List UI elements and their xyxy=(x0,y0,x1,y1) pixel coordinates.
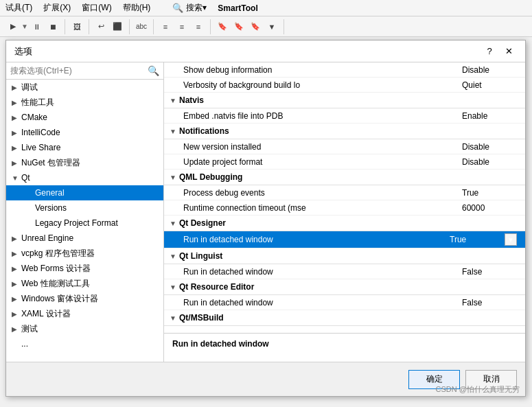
toolbar-btn-bookmark3[interactable]: 🔖 xyxy=(248,19,263,34)
tree-item-more[interactable]: ... xyxy=(6,336,163,351)
setting-value-11: True xyxy=(450,235,505,244)
section-header-16: ▼Qt/MSBuild xyxy=(164,310,525,326)
tree-arrow-winform: ▶ xyxy=(12,295,21,303)
tree-item-debug[interactable]: ▶调试 xyxy=(6,80,163,95)
tree-item-qt-general[interactable]: General xyxy=(6,185,163,200)
tree-arrow-cmake: ▶ xyxy=(12,114,21,121)
tree-label-cmake: CMake xyxy=(21,113,158,122)
section-arrow-10: ▼ xyxy=(170,220,179,227)
tree-item-nuget[interactable]: ▶NuGet 包管理器 xyxy=(6,155,163,170)
section-arrow-16: ▼ xyxy=(170,314,179,322)
tree-item-qt-versions[interactable]: Versions xyxy=(6,200,163,216)
dialog-help-button[interactable]: ? xyxy=(481,45,498,58)
toolbar-btn-stop[interactable]: ⏹ xyxy=(45,19,60,34)
right-panel: Show debug informationDisableVerbosity o… xyxy=(164,62,525,362)
tree-item-vcpkg[interactable]: ▶vcpkg 程序包管理器 xyxy=(6,246,163,261)
menu-bar: 试具(T) 扩展(X) 窗口(W) 帮助(H) 🔍 搜索▾ SmartTool xyxy=(0,0,532,16)
tree-label-more: ... xyxy=(21,339,158,349)
section-header-7: ▼QML Debugging xyxy=(164,170,525,185)
toolbar-btn-pause[interactable]: ⏸ xyxy=(29,19,44,34)
search-input[interactable] xyxy=(10,66,145,75)
left-panel: 🔍 ▶调试▶性能工具▶CMake▶IntelliCode▶Live Share▶… xyxy=(6,62,164,362)
toolbar-group-1: ▶ ▼ ⏸ ⏹ xyxy=(5,19,65,34)
setting-value-1: Quiet xyxy=(462,80,517,90)
setting-row-11[interactable]: Run in detached windowTrue▼ xyxy=(164,231,525,248)
setting-value-6: Disable xyxy=(462,157,517,167)
tree-label-vcpkg: vcpkg 程序包管理器 xyxy=(21,248,158,259)
tree-item-perf[interactable]: ▶性能工具 xyxy=(6,95,163,110)
menu-window[interactable]: 窗口(W) xyxy=(82,2,111,14)
toolbar-group-5: ≡ ≡ ≡ xyxy=(158,19,211,34)
setting-row-9[interactable]: Runtime connection timeout (mse60000 xyxy=(164,200,525,216)
section-header-14: ▼Qt Resource Editor xyxy=(164,279,525,295)
section-arrow-7: ▼ xyxy=(170,174,179,181)
dropdown-arrow-11[interactable]: ▼ xyxy=(505,233,517,246)
tree-arrow-webperf: ▶ xyxy=(12,280,21,288)
tree-item-winform[interactable]: ▶Windows 窗体设计器 xyxy=(6,291,163,306)
toolbar-group-4: abc xyxy=(134,19,154,34)
tree-item-liveshare[interactable]: ▶Live Share xyxy=(6,140,163,155)
tree-label-perf: 性能工具 xyxy=(21,97,158,108)
tree-item-xaml[interactable]: ▶XAML 设计器 xyxy=(6,306,163,321)
tree-label-nuget: NuGet 包管理器 xyxy=(21,157,158,169)
tree-item-qt-legacy[interactable]: Legacy Project Format xyxy=(6,216,163,231)
menu-extend[interactable]: 扩展(X) xyxy=(43,2,71,14)
toolbar-btn-nav2[interactable]: ⬛ xyxy=(110,19,125,34)
search-box: 🔍 xyxy=(6,62,163,80)
toolbar-btn-debug[interactable]: ▶ xyxy=(5,19,21,34)
toolbar-btn-align2[interactable]: ≡ xyxy=(174,19,189,34)
dialog-body: 🔍 ▶调试▶性能工具▶CMake▶IntelliCode▶Live Share▶… xyxy=(6,62,525,362)
tree-item-unreal[interactable]: ▶Unreal Engine xyxy=(6,231,163,246)
tree-item-qt[interactable]: ▼Qt xyxy=(6,170,163,185)
toolbar-btn-nav1[interactable]: ↩ xyxy=(93,19,108,34)
section-label-7: QML Debugging xyxy=(179,172,242,182)
toolbar-btn-bookmark1[interactable]: 🔖 xyxy=(215,19,230,34)
tree-item-webperf[interactable]: ▶Web 性能测试工具 xyxy=(6,276,163,291)
tree-container: ▶调试▶性能工具▶CMake▶IntelliCode▶Live Share▶Nu… xyxy=(6,80,163,362)
menu-tools[interactable]: 试具(T) xyxy=(5,2,32,14)
tree-arrow-xaml: ▶ xyxy=(12,310,21,318)
tree-arrow-vcpkg: ▶ xyxy=(12,250,21,257)
toolbar-btn-bookmark2[interactable]: 🔖 xyxy=(231,19,246,34)
setting-row-8[interactable]: Process debug eventsTrue xyxy=(164,185,525,200)
watermark: CSDN @怕什么真理无穷 xyxy=(436,384,520,395)
search-icon: 🔍 xyxy=(148,65,159,76)
setting-row-5[interactable]: New version installedDisable xyxy=(164,139,525,154)
description-panel: Run in detached window xyxy=(164,333,525,362)
tree-item-test[interactable]: ▶测试 xyxy=(6,321,163,336)
toolbar-btn-align3[interactable]: ≡ xyxy=(191,19,206,34)
setting-row-1[interactable]: Verbosity of background build loQuiet xyxy=(164,78,525,93)
toolbar-btn-bookmark4[interactable]: ▼ xyxy=(264,19,279,34)
tree-item-intellicode[interactable]: ▶IntelliCode xyxy=(6,125,163,140)
setting-row-3[interactable]: Embed .natvis file into PDBEnable xyxy=(164,108,525,124)
section-label-16: Qt/MSBuild xyxy=(179,313,224,323)
tree-label-qt-legacy: Legacy Project Format xyxy=(35,218,158,228)
setting-row-15[interactable]: Run in detached windowFalse xyxy=(164,295,525,310)
tree-label-qt-general: General xyxy=(35,188,158,198)
toolbar-btn-align1[interactable]: ≡ xyxy=(158,19,173,34)
setting-value-3: Enable xyxy=(462,111,517,121)
section-arrow-14: ▼ xyxy=(170,283,179,291)
search-icon: 🔍 xyxy=(172,3,183,13)
tree-label-unreal: Unreal Engine xyxy=(21,233,158,243)
setting-value-9: 60000 xyxy=(462,203,517,213)
dialog-titlebar: 选项 ? ✕ xyxy=(6,40,525,62)
toolbar-btn-run[interactable]: ▼ xyxy=(22,19,27,34)
dialog-controls: ? ✕ xyxy=(481,45,517,58)
toolbar-btn-abc[interactable]: abc xyxy=(134,19,149,34)
setting-name-15: Run in detached window xyxy=(172,298,462,307)
menu-search[interactable]: 搜索▾ xyxy=(186,2,207,14)
tree-label-debug: 调试 xyxy=(21,82,158,93)
dialog-close-button[interactable]: ✕ xyxy=(500,45,517,58)
tree-item-webforms[interactable]: ▶Web Forms 设计器 xyxy=(6,261,163,276)
setting-row-0[interactable]: Show debug informationDisable xyxy=(164,62,525,78)
description-text: Run in detached window xyxy=(172,339,269,349)
setting-row-6[interactable]: Update project formatDisable xyxy=(164,154,525,170)
toolbar-btn-img[interactable]: 🖼 xyxy=(69,19,84,34)
tree-arrow-test: ▶ xyxy=(12,325,21,333)
toolbar: ▶ ▼ ⏸ ⏹ 🖼 ↩ ⬛ abc ≡ ≡ ≡ 🔖 🔖 🔖 ▼ xyxy=(0,16,532,37)
tree-arrow-webforms: ▶ xyxy=(12,265,21,272)
setting-row-13[interactable]: Run in detached windowFalse xyxy=(164,264,525,279)
menu-help[interactable]: 帮助(H) xyxy=(123,2,151,14)
tree-item-cmake[interactable]: ▶CMake xyxy=(6,110,163,125)
